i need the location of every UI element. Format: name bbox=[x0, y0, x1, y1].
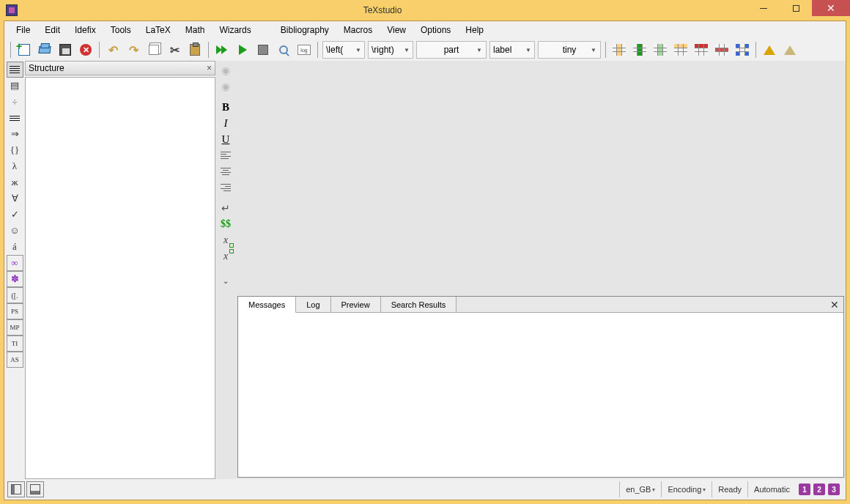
table-insert-col-left-button[interactable] bbox=[609, 40, 629, 59]
inline-math-btn[interactable]: $$ bbox=[218, 216, 234, 232]
left-delim-dropdown[interactable]: \left(▼ bbox=[322, 41, 365, 59]
menu-help[interactable]: Help bbox=[458, 23, 491, 37]
build-view-button[interactable] bbox=[212, 40, 232, 59]
nav-back-icon[interactable]: ◉ bbox=[218, 62, 234, 78]
menu-wizards[interactable]: Wizards bbox=[212, 23, 258, 37]
table-delete-col-button[interactable] bbox=[650, 40, 670, 59]
line-ending-mode[interactable]: Automatic bbox=[747, 481, 796, 497]
encoding-selector[interactable]: Encoding bbox=[661, 481, 712, 497]
menu-math[interactable]: Math bbox=[178, 23, 212, 37]
right-delim-dropdown[interactable]: \right)▼ bbox=[368, 41, 413, 59]
bold-btn[interactable]: B bbox=[218, 99, 234, 115]
menu-macros[interactable]: Macros bbox=[336, 23, 380, 37]
ps-icon[interactable]: PS bbox=[7, 303, 23, 319]
app-icon bbox=[6, 4, 18, 16]
vtoolbar-expand[interactable]: ⌄ bbox=[218, 275, 234, 286]
table-delete-row-button[interactable] bbox=[712, 40, 732, 59]
warnings-button[interactable] bbox=[759, 40, 780, 59]
toggle-side-panel-button[interactable] bbox=[7, 481, 25, 497]
output-panel-tabs: Messages Log Preview Search Results bbox=[238, 297, 843, 313]
lines-icon[interactable] bbox=[7, 110, 23, 126]
copy-button[interactable] bbox=[144, 40, 164, 59]
menu-options[interactable]: Options bbox=[413, 23, 458, 37]
menu-bibliography[interactable]: Bibliography bbox=[273, 23, 336, 37]
align-right-btn[interactable] bbox=[218, 179, 234, 196]
status-bar: en_GB Encoding Ready Automatic 1 2 3 bbox=[4, 479, 846, 500]
ti-icon[interactable]: TI bbox=[7, 336, 23, 352]
menu-view[interactable]: View bbox=[380, 23, 413, 37]
output-panel-close[interactable]: ✕ bbox=[830, 299, 839, 311]
section-dropdown[interactable]: part▼ bbox=[416, 41, 487, 59]
undo-button[interactable]: ↶ bbox=[103, 40, 123, 59]
editor-area[interactable] bbox=[236, 61, 846, 294]
structure-panel-body[interactable] bbox=[25, 77, 215, 479]
tab-preview[interactable]: Preview bbox=[331, 297, 381, 312]
redo-button[interactable]: ↷ bbox=[123, 40, 144, 59]
zhe-icon[interactable]: ж bbox=[7, 174, 23, 190]
save-file-button[interactable] bbox=[55, 40, 75, 59]
italic-btn[interactable]: I bbox=[218, 115, 234, 131]
superscript-btn[interactable]: x bbox=[218, 248, 234, 264]
mp-icon[interactable]: MP bbox=[7, 319, 23, 336]
subscript-btn[interactable]: x bbox=[218, 232, 234, 248]
align-left-btn[interactable] bbox=[218, 147, 234, 163]
arrow-icon[interactable]: ⇒ bbox=[7, 126, 23, 142]
menu-latex[interactable]: LaTeX bbox=[138, 23, 178, 37]
structure-panel: Structure × bbox=[25, 61, 215, 479]
fontsize-dropdown[interactable]: tiny▼ bbox=[538, 41, 601, 59]
stop-button[interactable] bbox=[253, 40, 273, 59]
bookmarks-icon[interactable]: ▤ bbox=[7, 78, 23, 94]
menu-file[interactable]: File bbox=[9, 23, 37, 37]
view-pdf-button[interactable] bbox=[273, 40, 294, 59]
bookmark-3[interactable]: 3 bbox=[828, 483, 840, 495]
acute-a-icon[interactable]: á bbox=[7, 239, 23, 255]
brackets-icon[interactable]: ([. bbox=[7, 287, 23, 303]
ref-dropdown[interactable]: label▼ bbox=[489, 41, 535, 59]
lambda-icon[interactable]: λ bbox=[7, 158, 23, 174]
table-insert-row-top-button[interactable] bbox=[670, 40, 691, 59]
asterisk-icon[interactable]: ✽ bbox=[7, 271, 23, 287]
check-icon[interactable]: ✓ bbox=[7, 207, 23, 223]
maximize-button[interactable] bbox=[780, 0, 812, 16]
forall-icon[interactable]: ∀ bbox=[7, 190, 23, 207]
structure-panel-close[interactable]: × bbox=[207, 63, 212, 73]
language-selector[interactable]: en_GB bbox=[619, 481, 661, 497]
tab-search-results[interactable]: Search Results bbox=[381, 297, 457, 312]
close-file-button[interactable]: ✕ bbox=[75, 40, 96, 59]
bookmark-2[interactable]: 2 bbox=[813, 483, 825, 495]
tab-messages[interactable]: Messages bbox=[238, 297, 296, 313]
newline-btn[interactable]: ↵ bbox=[218, 200, 234, 216]
symbol-category-strip: ▤ ÷ ⇒ {} λ ж ∀ ✓ ☺ á ∞ ✽ ([. PS MP TI AS bbox=[4, 61, 25, 479]
tab-log[interactable]: Log bbox=[296, 297, 330, 312]
structure-panel-title: Structure bbox=[29, 63, 64, 73]
output-panel: Messages Log Preview Search Results ✕ bbox=[237, 296, 844, 478]
compile-button[interactable] bbox=[232, 40, 253, 59]
as-icon[interactable]: AS bbox=[7, 352, 23, 368]
menu-bar: File Edit Idefix Tools LaTeX Math Wizard… bbox=[4, 21, 846, 39]
menu-tools[interactable]: Tools bbox=[103, 23, 138, 37]
underline-btn[interactable]: U bbox=[218, 131, 234, 147]
menu-edit[interactable]: Edit bbox=[37, 23, 67, 37]
view-log-button[interactable]: log bbox=[294, 40, 314, 59]
table-insert-row-bottom-button[interactable] bbox=[691, 40, 712, 59]
table-merge-button[interactable] bbox=[732, 40, 753, 59]
badboxes-button[interactable] bbox=[780, 40, 800, 59]
toggle-bottom-panel-button[interactable] bbox=[26, 481, 44, 497]
paste-button[interactable] bbox=[185, 40, 205, 59]
infinity-icon[interactable]: ∞ bbox=[7, 255, 23, 271]
divide-icon[interactable]: ÷ bbox=[7, 94, 23, 110]
smiley-icon[interactable]: ☺ bbox=[7, 223, 23, 239]
menu-idefix[interactable]: Idefix bbox=[67, 23, 103, 37]
list-icon[interactable] bbox=[7, 62, 23, 78]
output-panel-content[interactable] bbox=[238, 313, 843, 477]
new-file-button[interactable] bbox=[14, 40, 34, 59]
close-button[interactable]: ✕ bbox=[812, 0, 850, 16]
minimize-button[interactable] bbox=[747, 0, 780, 16]
braces-icon[interactable]: {} bbox=[7, 142, 23, 158]
table-insert-col-right-button[interactable] bbox=[629, 40, 650, 59]
bookmark-1[interactable]: 1 bbox=[799, 483, 810, 495]
cut-button[interactable]: ✂ bbox=[164, 40, 185, 59]
nav-fwd-icon[interactable]: ◉ bbox=[218, 78, 234, 94]
align-center-btn[interactable] bbox=[218, 163, 234, 179]
open-file-button[interactable] bbox=[34, 40, 55, 59]
